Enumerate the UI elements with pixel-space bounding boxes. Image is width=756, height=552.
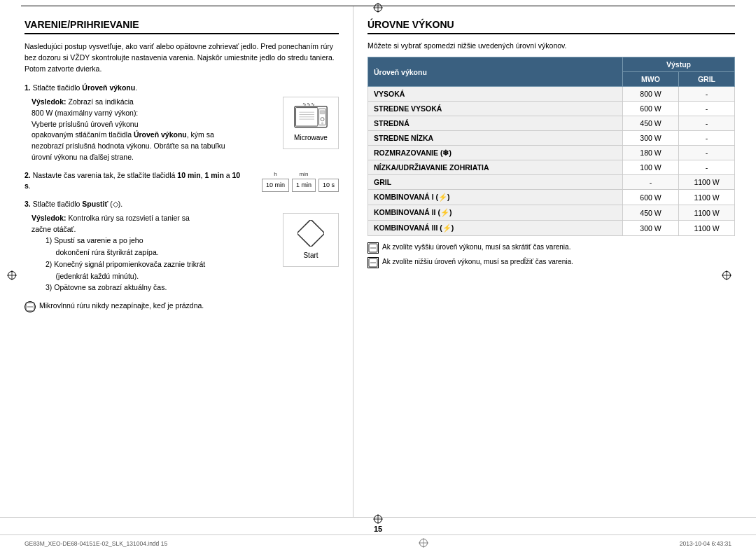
- table-cell-level: NÍZKA/UDRŽIAVANIE ZOHRIATIA: [368, 160, 623, 175]
- sub-header-mwo: MWO: [623, 72, 679, 87]
- step-2-number: 2.: [24, 171, 31, 179]
- table-note-1: Ak zvolíte vyššiu úroveň výkonu, musí sa…: [368, 242, 735, 254]
- col2-header: Výstup: [623, 57, 735, 72]
- output-table: Úroveň výkonu Výstup MWO GRIL VYSOKÁ800 …: [368, 57, 735, 236]
- right-section-title: ÚROVNE VÝKONU: [368, 19, 735, 34]
- table-cell-mwo: 450 W: [623, 205, 679, 221]
- footer: GE83M_XEO-DE68-04151E-02_SLK_131004.indd…: [0, 534, 756, 552]
- table-cell-gril: -: [679, 131, 735, 146]
- footer-right: 2013-10-04 6:43:31: [680, 540, 732, 547]
- step-3-result-block: Výsledok: Kontrolka rúry sa rozsvietí a …: [31, 213, 339, 294]
- timer-10s-col: 10 s: [318, 170, 339, 193]
- table-cell-gril: -: [679, 146, 735, 160]
- table-row: VYSOKÁ800 W-: [368, 87, 735, 102]
- step-3-text: Stlačte tlačidlo Spustiť (◇).: [33, 200, 123, 208]
- table-row: KOMBINOVANÁ III (⚡)300 W1100 W: [368, 221, 735, 236]
- timer-10min-col: h 10 min: [262, 170, 289, 193]
- step-3-result-text: Výsledok: Kontrolka rúry sa rozsvietí a …: [31, 213, 276, 294]
- timer-display: h 10 min min 1 min 10 s: [262, 170, 339, 193]
- table-cell-mwo: 300 W: [623, 131, 679, 146]
- table-cell-mwo: 600 W: [623, 102, 679, 116]
- note-text: Mikrovlnnú rúru nikdy nezapínajte, keď j…: [39, 301, 204, 312]
- table-cell-level: ROZMRAZOVANIE (❄): [368, 146, 623, 160]
- step-1-result-block: Výsledok: Zobrazí sa indikácia800 W (max…: [31, 97, 339, 163]
- step-1-text: Stlačte tlačidlo Úroveň výkonu.: [33, 83, 137, 92]
- timer-s-unit: [328, 170, 329, 179]
- step-1: 1. Stlačte tlačidlo Úroveň výkonu. Výsle…: [24, 83, 339, 163]
- sub-item-2: 2) Konečný signál pripomienkovača zaznie…: [46, 258, 276, 282]
- table-cell-gril: 1100 W: [679, 221, 735, 236]
- step-1-number: 1.: [24, 83, 31, 92]
- table-row: STREDNE VYSOKÁ600 W-: [368, 102, 735, 116]
- table-cell-level: VYSOKÁ: [368, 87, 623, 102]
- left-intro-text: Nasledujúci postup vysvetľuje, ako variť…: [24, 41, 339, 74]
- note-row: Mikrovlnnú rúru nikdy nezapínajte, keď j…: [24, 301, 339, 312]
- table-cell-level: KOMBINOVANÁ II (⚡): [368, 205, 623, 221]
- step-3: 3. Stlačte tlačidlo Spustiť (◇). Výsledo…: [24, 199, 339, 294]
- table-cell-level: KOMBINOVANÁ I (⚡): [368, 190, 623, 205]
- table-row: KOMBINOVANÁ I (⚡)600 W1100 W: [368, 190, 735, 205]
- sub-item-3: 3) Opätovne sa zobrazí aktuálny čas.: [46, 282, 276, 294]
- table-cell-mwo: 100 W: [623, 160, 679, 175]
- left-column: VARENIE/PRIHRIEVANIE Nasledujúci postup …: [0, 6, 354, 517]
- table-cell-gril: 1100 W: [679, 205, 735, 221]
- left-crosshair-icon: [7, 270, 17, 282]
- table-cell-level: GRIL: [368, 175, 623, 190]
- start-icon-label: Start: [303, 250, 318, 261]
- table-note-1-text: Ak zvolíte vyššiu úroveň výkonu, musí sa…: [382, 242, 570, 252]
- table-row: ROZMRAZOVANIE (❄)180 W-: [368, 146, 735, 160]
- step-2: 2. Nastavte čas varenia tak, že stlačíte…: [24, 170, 339, 193]
- table-cell-mwo: 300 W: [623, 221, 679, 236]
- sub-header-gril: GRIL: [679, 72, 735, 87]
- timer-10min-val: 10 min: [262, 179, 289, 193]
- table-note-2-text: Ak zvolíte nižšiu úroveň výkonu, musí sa…: [382, 256, 573, 267]
- table-note-icon-1: [368, 242, 379, 254]
- footer-left: GE83M_XEO-DE68-04151E-02_SLK_131004.indd…: [24, 540, 167, 547]
- step-3-sub-list: 1) Spustí sa varenie a po jeho dokončení…: [46, 235, 276, 294]
- microwave-icon-box: ∿∿∿ Microwave: [283, 97, 339, 149]
- page-number-area: 15: [0, 517, 756, 534]
- timer-1min-val: 1 min: [292, 179, 316, 193]
- table-cell-gril: -: [679, 160, 735, 175]
- table-row: STREDNÁ450 W-: [368, 116, 735, 131]
- step-1-result-detail: Zobrazí sa indikácia800 W (maximálny var…: [31, 97, 225, 161]
- table-cell-level: KOMBINOVANÁ III (⚡): [368, 221, 623, 236]
- table-cell-gril: -: [679, 116, 735, 131]
- table-row: KOMBINOVANÁ II (⚡)450 W1100 W: [368, 205, 735, 221]
- footer-crosshair-icon: [419, 538, 428, 549]
- main-content: VARENIE/PRIHRIEVANIE Nasledujúci postup …: [0, 6, 756, 517]
- table-cell-level: STREDNÁ: [368, 116, 623, 131]
- bottom-crosshair-icon: [373, 514, 383, 525]
- svg-point-11: [321, 118, 324, 121]
- sub-item-1: 1) Spustí sa varenie a po jeho dokončení…: [46, 235, 276, 258]
- table-row: STREDNE NÍZKA300 W-: [368, 131, 735, 146]
- table-cell-gril: 1100 W: [679, 175, 735, 190]
- svg-text:∿∿∿: ∿∿∿: [302, 103, 315, 106]
- svg-rect-14: [298, 220, 324, 247]
- right-intro-text: Môžete si vybrať spomedzi nižšie uvedený…: [368, 41, 735, 50]
- start-diamond-container: [297, 219, 325, 247]
- table-cell-mwo: 180 W: [623, 146, 679, 160]
- timer-min-unit: min: [300, 170, 309, 179]
- table-cell-mwo: 450 W: [623, 116, 679, 131]
- table-row: NÍZKA/UDRŽIAVANIE ZOHRIATIA100 W-: [368, 160, 735, 175]
- table-cell-mwo: 600 W: [623, 190, 679, 205]
- table-note-icon-2: [368, 257, 379, 268]
- table-cell-mwo: -: [623, 175, 679, 190]
- left-section-title: VARENIE/PRIHRIEVANIE: [24, 19, 339, 34]
- result-label-3: Výsledok:: [31, 214, 66, 222]
- svg-rect-10: [320, 111, 325, 114]
- result-label-1: Výsledok:: [31, 97, 66, 106]
- microwave-icon-label: Microwave: [294, 132, 328, 143]
- page: VARENIE/PRIHRIEVANIE Nasledujúci postup …: [0, 0, 756, 552]
- timer-10s-val: 10 s: [318, 179, 339, 193]
- step-2-text: Nastavte čas varenia tak, že stlačíte tl…: [24, 171, 240, 191]
- col1-header: Úroveň výkonu: [368, 57, 623, 87]
- table-row: GRIL-1100 W: [368, 175, 735, 190]
- table-cell-gril: -: [679, 87, 735, 102]
- page-number: 15: [374, 525, 382, 533]
- step-2-row: 2. Nastavte čas varenia tak, že stlačíte…: [24, 170, 339, 193]
- right-crosshair-icon: [722, 270, 732, 282]
- timer-h-unit: h: [274, 170, 276, 179]
- table-cell-gril: 1100 W: [679, 190, 735, 205]
